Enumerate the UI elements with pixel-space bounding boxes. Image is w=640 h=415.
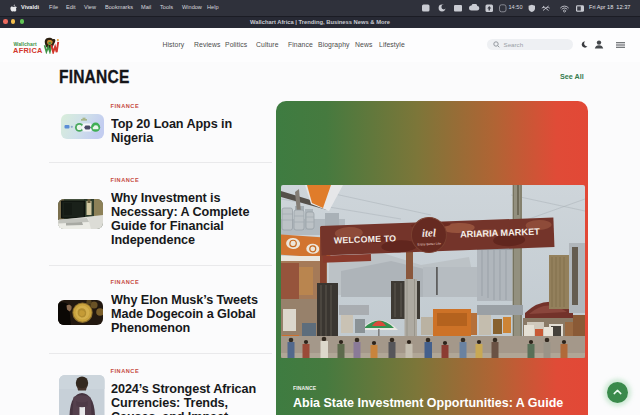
svg-text:itel: itel [421, 226, 436, 239]
